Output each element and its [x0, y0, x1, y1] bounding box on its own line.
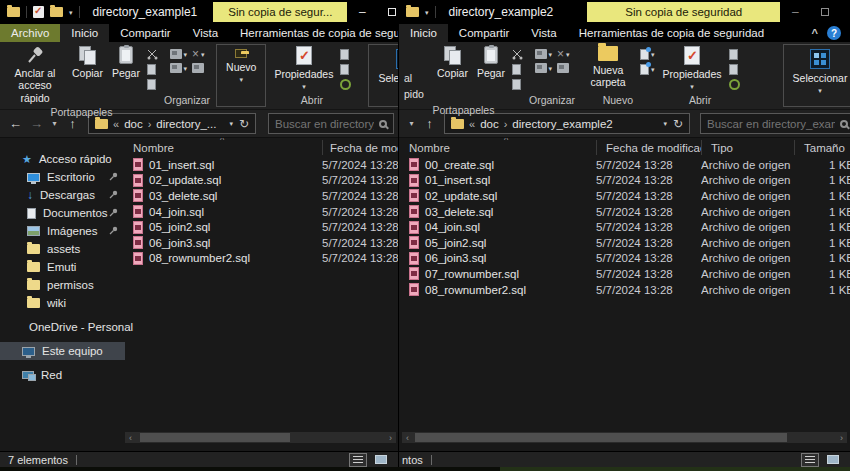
titlebar[interactable]: ▾ directory_example2 Sin copia de seguri… — [399, 0, 850, 24]
backup-status-badge[interactable]: Sin copia de seguridad — [587, 2, 780, 22]
copy-to-icon[interactable] — [170, 63, 182, 73]
sidebar-item-desktop[interactable]: Escritorio — [0, 168, 125, 186]
file-row[interactable]: 07_rownumber.sql5/7/2024 13:28Archivo de… — [399, 266, 850, 282]
file-row[interactable]: 06_join3.sql5/7/2024 13:28 — [125, 235, 398, 251]
address-dropdown-icon[interactable]: ▾ — [229, 120, 233, 127]
breadcrumb-doc[interactable]: doc — [480, 118, 499, 130]
paste-shortcut-icon[interactable] — [147, 79, 156, 90]
copy-button[interactable]: Copiar — [435, 45, 470, 80]
collapse-ribbon-icon[interactable]: ^ — [812, 27, 818, 39]
file-row[interactable]: 03_delete.sql5/7/2024 13:28Archivo de or… — [399, 204, 850, 220]
tab-herramientas[interactable]: Herramientas de copia de seguridad — [229, 24, 398, 42]
select-button[interactable]: Seleccionar ▾ — [783, 44, 850, 107]
new-item-icon[interactable] — [640, 49, 649, 60]
large-icons-view-icon[interactable] — [372, 453, 390, 467]
tab-herramientas[interactable]: Herramientas de copia de seguridad — [568, 24, 775, 42]
minimize-icon[interactable]: – — [347, 0, 377, 24]
search-box[interactable] — [268, 113, 394, 134]
new-folder-button[interactable]: Nueva carpeta — [581, 45, 635, 90]
details-view-icon[interactable] — [801, 453, 819, 467]
file-row[interactable]: 03_delete.sql5/7/2024 13:28 — [125, 188, 398, 204]
search-input[interactable] — [275, 118, 374, 130]
column-header-size[interactable]: Tamaño — [794, 142, 850, 154]
chevron-down-icon[interactable]: ▾ — [425, 9, 429, 16]
file-row[interactable]: 04_join.sql5/7/2024 13:28 — [125, 204, 398, 220]
tab-inicio[interactable]: Inicio — [60, 24, 109, 42]
edit-icon[interactable] — [729, 49, 738, 60]
history-icon[interactable] — [729, 79, 740, 90]
properties-button[interactable]: Propiedades ▾ — [661, 45, 724, 91]
file-row[interactable]: 04_join.sql5/7/2024 13:28Archivo de orig… — [399, 219, 850, 235]
properties-button[interactable]: Propiedades ▾ — [272, 45, 335, 91]
maximize-icon[interactable] — [377, 0, 398, 24]
tab-vista[interactable]: Vista — [520, 24, 567, 42]
file-row[interactable]: 08_rownumber2.sql5/7/2024 13:28 — [125, 251, 398, 267]
copy-path-icon[interactable] — [147, 64, 156, 75]
scrollbar-track[interactable] — [136, 432, 385, 443]
file-row[interactable]: 00_create.sql5/7/2024 13:28Archivo de or… — [399, 157, 850, 173]
column-header-type[interactable]: Tipo — [701, 142, 794, 154]
column-header-date[interactable]: Fecha de modific — [322, 142, 398, 154]
sidebar-item-pictures[interactable]: Imágenes — [0, 222, 125, 240]
sidebar-item-this-pc[interactable]: Este equipo — [0, 342, 125, 360]
cut-icon[interactable] — [147, 49, 158, 60]
scroll-right-icon[interactable]: › — [385, 433, 396, 443]
new-button[interactable]: Nuevo ▾ — [216, 44, 266, 107]
file-row[interactable]: 02_update.sql5/7/2024 13:28Archivo de or… — [399, 188, 850, 204]
column-divider[interactable] — [701, 140, 702, 155]
open-with-icon[interactable] — [340, 64, 349, 75]
maximize-icon[interactable] — [810, 0, 840, 24]
search-icon[interactable] — [840, 120, 848, 128]
close-icon[interactable]: × — [840, 0, 850, 24]
refresh-icon[interactable]: ↻ — [239, 117, 249, 131]
column-divider[interactable] — [794, 140, 795, 155]
tab-inicio[interactable]: Inicio — [399, 24, 448, 42]
recent-locations-icon[interactable]: ▾ — [405, 119, 418, 128]
file-row[interactable]: 01_insert.sql5/7/2024 13:28Archivo de or… — [399, 173, 850, 189]
titlebar[interactable]: ▾ directory_example1 Sin copia de segur.… — [0, 0, 398, 24]
sidebar-item-assets[interactable]: assets — [0, 240, 125, 258]
tab-compartir[interactable]: Compartir — [109, 24, 181, 42]
open-with-icon[interactable] — [729, 64, 738, 75]
file-row[interactable]: 02_update.sql5/7/2024 13:28 — [125, 173, 398, 189]
edit-icon[interactable] — [340, 49, 349, 60]
search-box[interactable] — [700, 113, 850, 134]
forward-icon[interactable]: → — [27, 116, 46, 131]
help-icon[interactable]: ? — [827, 26, 841, 40]
address-dropdown-icon[interactable]: ▾ — [663, 120, 667, 127]
easy-access-icon[interactable] — [640, 64, 649, 75]
breadcrumb-doc[interactable]: doc — [124, 118, 143, 130]
sidebar-item-wiki[interactable]: wiki — [0, 294, 125, 312]
properties-icon[interactable] — [33, 6, 44, 18]
new-folder-icon[interactable] — [50, 7, 63, 17]
sidebar-item-permisos[interactable]: permisos — [0, 276, 125, 294]
pin-to-quick-access-button[interactable]: Anclar al acceso rápido — [5, 45, 65, 105]
file-row[interactable]: 01_insert.sql5/7/2024 13:28 — [125, 157, 398, 173]
select-button[interactable]: Seleccionar ▾ — [368, 44, 398, 107]
scrollbar-thumb[interactable] — [140, 433, 290, 442]
column-divider[interactable] — [322, 140, 323, 155]
delete-icon[interactable]: × — [192, 49, 199, 59]
sidebar-item-emuti[interactable]: Emuti — [0, 258, 125, 276]
sidebar-item-network[interactable]: Red — [0, 366, 125, 384]
move-to-icon[interactable] — [535, 49, 547, 59]
minimize-icon[interactable]: – — [780, 0, 810, 24]
delete-icon[interactable]: × — [557, 49, 564, 59]
breadcrumb-current[interactable]: directory_... — [156, 118, 216, 130]
scrollbar-thumb[interactable] — [415, 433, 787, 442]
tab-compartir[interactable]: Compartir — [448, 24, 520, 42]
column-header-name[interactable]: Nombre — [399, 142, 596, 154]
back-icon[interactable]: ← — [6, 116, 25, 131]
details-view-icon[interactable] — [349, 453, 367, 467]
sidebar-item-onedrive[interactable]: OneDrive - Personal — [0, 318, 125, 336]
scroll-left-icon[interactable]: ‹ — [125, 433, 136, 443]
copy-path-icon[interactable] — [512, 64, 521, 75]
paste-button[interactable]: Pegar — [110, 45, 142, 80]
column-header-date[interactable]: Fecha de modificación — [596, 142, 701, 154]
sidebar-item-downloads[interactable]: ↓Descargas — [0, 186, 125, 204]
rename-icon[interactable] — [192, 63, 204, 73]
scroll-left-icon[interactable]: ‹ — [402, 433, 413, 443]
horizontal-scrollbar[interactable]: ‹ › — [125, 432, 396, 443]
history-icon[interactable] — [340, 79, 351, 90]
paste-shortcut-icon[interactable] — [512, 79, 521, 90]
